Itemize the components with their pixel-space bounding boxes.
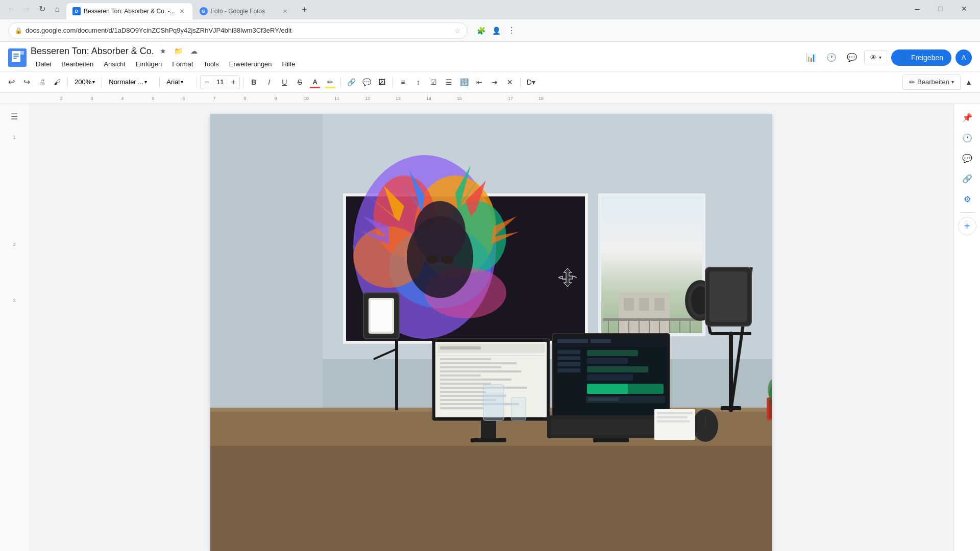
browser-nav-controls: ← → ↻ ⌂: [4, 0, 64, 19]
back-button[interactable]: ←: [4, 2, 18, 16]
svg-rect-125: [709, 271, 747, 322]
folder-button[interactable]: 📁: [173, 45, 185, 57]
svg-rect-102: [557, 356, 580, 360]
menu-button[interactable]: ⋮: [504, 23, 519, 38]
svg-text:3: 3: [90, 96, 93, 101]
close-button[interactable]: ✕: [952, 1, 976, 17]
outline-icon[interactable]: ☰: [6, 108, 22, 124]
bold-button[interactable]: B: [247, 75, 261, 89]
page-image[interactable]: [210, 114, 772, 551]
clear-format-button[interactable]: ✕: [503, 75, 517, 89]
tab-docs[interactable]: D Besseren Ton: Absorber & Co. -... ✕: [66, 3, 192, 19]
address-bar[interactable]: 🔒 docs.google.com/document/d/1aD8O9YcinZ…: [8, 22, 468, 39]
bullet-list-button[interactable]: ☰: [442, 75, 456, 89]
profile-button[interactable]: 👤: [489, 23, 503, 38]
toolbar-separator-2: [102, 77, 102, 87]
address-text: docs.google.com/document/d/1aD8O9YcinZCS…: [26, 27, 451, 34]
paint-format-button[interactable]: 🖌: [50, 75, 64, 89]
maximize-button[interactable]: □: [929, 1, 952, 17]
close-tab-photos[interactable]: ✕: [281, 7, 289, 15]
home-button[interactable]: ⌂: [50, 2, 64, 16]
share-icon: 👤: [899, 54, 908, 62]
cloud-save-button[interactable]: ☁: [188, 45, 200, 57]
svg-rect-56: [624, 298, 634, 311]
underline-button[interactable]: U: [277, 75, 291, 89]
svg-rect-58: [654, 298, 665, 311]
toolbar-collapse-button[interactable]: ▲: [962, 75, 976, 89]
history-icon[interactable]: 🕐: [823, 49, 840, 66]
font-selector[interactable]: Arial ▾: [163, 75, 193, 89]
tab-photos[interactable]: G Foto - Google Fotos ✕: [193, 3, 296, 19]
print-button[interactable]: 🖨: [35, 75, 49, 89]
menu-hilfe[interactable]: Hilfe: [277, 58, 301, 70]
undo-button[interactable]: ↩: [4, 75, 18, 89]
user-avatar[interactable]: A: [955, 49, 972, 66]
comment-button[interactable]: 💬: [359, 75, 374, 89]
image-button[interactable]: 🖼: [375, 75, 389, 89]
menu-datei[interactable]: Datei: [31, 58, 56, 70]
svg-rect-108: [587, 366, 648, 372]
extensions-button[interactable]: 🧩: [474, 23, 488, 38]
links-panel-icon[interactable]: 🔗: [958, 169, 976, 188]
docs-canvas-area[interactable]: [29, 104, 953, 551]
comments-panel-icon[interactable]: 💬: [958, 149, 976, 167]
new-tab-button[interactable]: +: [298, 3, 312, 17]
svg-rect-73: [371, 300, 392, 332]
reload-button[interactable]: ↻: [35, 2, 49, 16]
close-tab-docs[interactable]: ✕: [178, 7, 186, 15]
text-color-button[interactable]: A: [308, 75, 322, 89]
insert-options-button[interactable]: D▾: [524, 75, 538, 89]
docs-icon: [8, 48, 27, 67]
star-button[interactable]: ★: [157, 45, 169, 57]
svg-rect-101: [557, 350, 580, 354]
font-size-value[interactable]: 11: [213, 78, 227, 86]
view-mode-button[interactable]: 👁 ▾: [864, 50, 887, 65]
menu-erweiterungen[interactable]: Erweiterungen: [224, 58, 277, 70]
share-button[interactable]: 👤 Freigeben: [891, 49, 951, 66]
suggestions-icon[interactable]: 📊: [803, 49, 819, 66]
svg-text:6: 6: [182, 96, 185, 101]
decrease-indent-button[interactable]: ⇤: [472, 75, 486, 89]
history-panel-icon[interactable]: 🕐: [958, 129, 976, 147]
svg-rect-57: [639, 298, 649, 311]
lock-icon: 🔒: [15, 27, 22, 34]
forward-button[interactable]: →: [19, 2, 34, 16]
docs-toolbar: ↩ ↪ 🖨 🖌 200% ▾ Normaler ... ▾ Arial ▾: [0, 71, 980, 93]
svg-rect-78: [440, 346, 481, 349]
menu-tools[interactable]: Tools: [198, 58, 224, 70]
align-button[interactable]: ≡: [396, 75, 410, 89]
style-selector[interactable]: Normaler ... ▾: [105, 75, 156, 89]
line-spacing-button[interactable]: ↕: [411, 75, 425, 89]
browser-chrome: ← → ↻ ⌂ D Besseren Ton: Absorber & Co. -…: [0, 0, 980, 19]
highlight-color-button[interactable]: ✏: [323, 75, 337, 89]
svg-text:2: 2: [60, 96, 62, 101]
docs-sidebar-left: ☰ 1 2 3: [0, 104, 29, 551]
italic-button[interactable]: I: [262, 75, 276, 89]
font-size-minus-button[interactable]: −: [201, 75, 213, 89]
address-bar-row: 🔒 docs.google.com/document/d/1aD8O9YcinZ…: [0, 19, 980, 42]
font-size-plus-button[interactable]: +: [227, 75, 239, 89]
menu-einfuegen[interactable]: Einfügen: [131, 58, 167, 70]
zoom-selector[interactable]: 200% ▾: [71, 75, 99, 89]
toolbar-separator-7: [392, 77, 393, 87]
minimize-button[interactable]: –: [905, 1, 929, 17]
link-button[interactable]: 🔗: [344, 75, 358, 89]
numbered-list-button[interactable]: 🔢: [457, 75, 471, 89]
svg-point-49: [442, 256, 454, 264]
increase-indent-button[interactable]: ⇥: [487, 75, 502, 89]
svg-text:17: 17: [508, 96, 513, 101]
comments-icon[interactable]: 💬: [844, 49, 860, 66]
keep-icon[interactable]: 📌: [958, 108, 976, 127]
share-label: Freigeben: [911, 54, 943, 62]
redo-button[interactable]: ↪: [19, 75, 34, 89]
settings-panel-icon[interactable]: ⚙: [958, 190, 976, 208]
add-panel-button[interactable]: +: [958, 217, 976, 235]
svg-text:13: 13: [396, 96, 401, 101]
menu-ansicht[interactable]: Ansicht: [99, 58, 131, 70]
checklist-button[interactable]: ☑: [426, 75, 440, 89]
menu-bearbeiten[interactable]: Bearbeiten: [56, 58, 99, 70]
strikethrough-button[interactable]: S: [292, 75, 307, 89]
svg-rect-81: [440, 362, 517, 364]
bearbeiten-button[interactable]: ✏ Bearbeiten ▾: [902, 74, 961, 90]
menu-format[interactable]: Format: [167, 58, 198, 70]
